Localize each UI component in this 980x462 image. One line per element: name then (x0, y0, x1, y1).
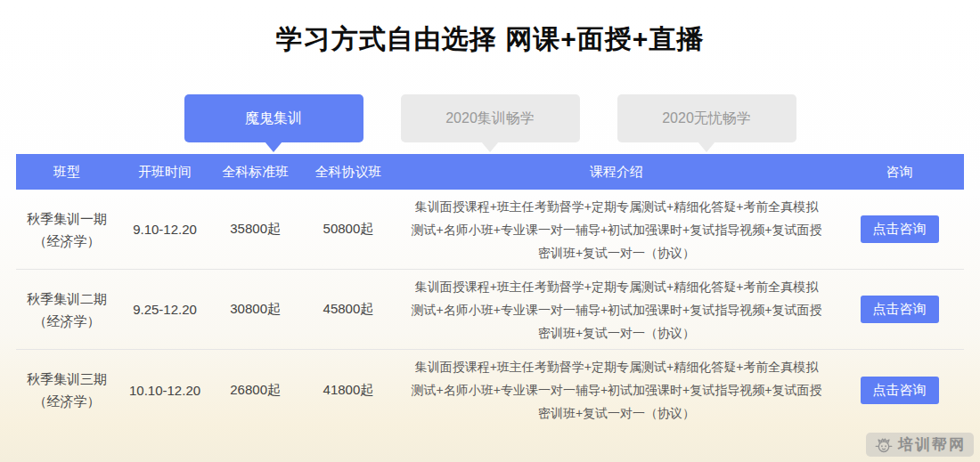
standard-price: 26800起 (212, 382, 298, 399)
consult-button[interactable]: 点击咨询 (861, 296, 939, 323)
tab-label: 2020集训畅学 (445, 109, 535, 128)
tab-arrow-icon (698, 142, 715, 152)
header-class-type: 班型 (16, 164, 118, 181)
agreement-price: 45800起 (298, 301, 398, 318)
table-row: 秋季集训三期 （经济学） 10.10-12.20 26800起 41800起 集… (16, 350, 964, 430)
site-watermark: 培训帮网 (866, 433, 974, 457)
header-course-intro: 课程介绍 (398, 164, 836, 181)
course-table: 班型 开班时间 全科标准班 全科协议班 课程介绍 咨询 秋季集训一期 （经济学）… (16, 154, 964, 430)
class-name-line2: （经济学） (16, 390, 118, 412)
table-header-row: 班型 开班时间 全科标准班 全科协议班 课程介绍 咨询 (16, 154, 964, 190)
class-name: 秋季集训三期 （经济学） (16, 368, 118, 412)
standard-price: 35800起 (212, 221, 298, 238)
consult-cell: 点击咨询 (835, 296, 964, 323)
header-standard-class: 全科标准班 (212, 164, 298, 181)
tab-2020-worryfree-study[interactable]: 2020无忧畅学 (617, 94, 796, 142)
consult-cell: 点击咨询 (835, 377, 964, 404)
class-name-line2: （经济学） (16, 230, 118, 252)
tab-label: 魔鬼集训 (245, 109, 302, 128)
start-date: 10.10-12.20 (118, 383, 212, 398)
tab-devil-camp[interactable]: 魔鬼集训 (184, 94, 363, 142)
tab-arrow-icon (481, 142, 499, 152)
start-date: 9.25-12.20 (118, 302, 212, 317)
sun-face-icon (874, 435, 894, 455)
header-consult: 咨询 (835, 164, 964, 181)
tab-label: 2020无忧畅学 (662, 109, 751, 128)
standard-price: 30800起 (212, 301, 298, 318)
table-row: 秋季集训一期 （经济学） 9.10-12.20 35800起 50800起 集训… (16, 190, 964, 270)
tab-active-arrow-icon (265, 142, 282, 152)
consult-button[interactable]: 点击咨询 (861, 377, 939, 404)
course-description: 集训面授课程+班主任考勤督学+定期专属测试+精细化答疑+考前全真模拟测试+名师小… (398, 275, 836, 344)
header-start-date: 开班时间 (118, 164, 212, 181)
start-date: 9.10-12.20 (118, 222, 212, 237)
class-name-line2: （经济学） (16, 310, 118, 332)
course-description: 集训面授课程+班主任考勤督学+定期专属测试+精细化答疑+考前全真模拟测试+名师小… (398, 355, 836, 425)
consult-cell: 点击咨询 (835, 215, 964, 243)
page-title: 学习方式自由选择 网课+面授+直播 (0, 21, 980, 58)
tab-2020-camp-study[interactable]: 2020集训畅学 (401, 94, 580, 142)
class-name-line1: 秋季集训三期 (16, 368, 118, 390)
class-name-line1: 秋季集训二期 (16, 288, 118, 310)
watermark-text: 培训帮网 (898, 434, 966, 455)
class-name: 秋季集训一期 （经济学） (16, 207, 118, 252)
agreement-price: 50800起 (298, 221, 398, 238)
course-description: 集训面授课程+班主任考勤督学+定期专属测试+精细化答疑+考前全真模拟测试+名师小… (398, 195, 836, 264)
tab-bar: 魔鬼集训 2020集训畅学 2020无忧畅学 (0, 94, 980, 142)
header-agreement-class: 全科协议班 (298, 164, 398, 181)
consult-button[interactable]: 点击咨询 (861, 215, 939, 243)
class-name-line1: 秋季集训一期 (16, 207, 118, 230)
table-row: 秋季集训二期 （经济学） 9.25-12.20 30800起 45800起 集训… (16, 270, 964, 350)
agreement-price: 41800起 (298, 382, 398, 399)
class-name: 秋季集训二期 （经济学） (16, 288, 118, 332)
